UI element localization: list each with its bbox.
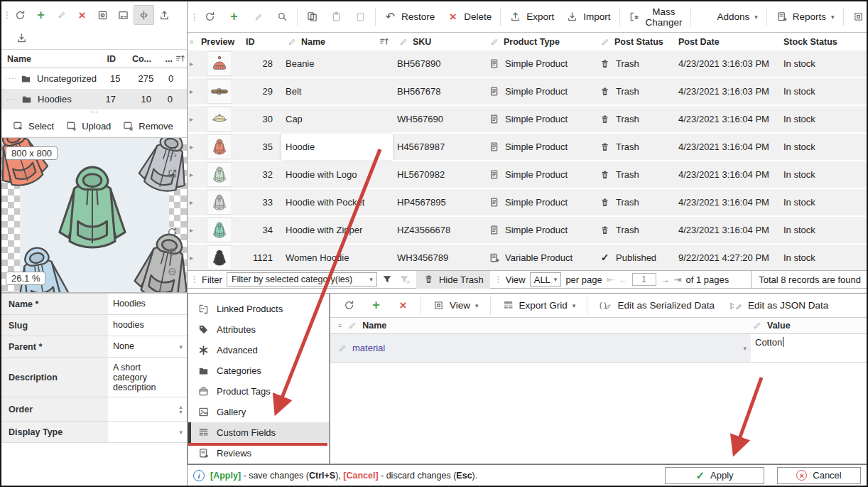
product-name[interactable]: Women Hoodie	[281, 245, 393, 270]
open-external-icon[interactable]	[166, 168, 178, 179]
category-filter-dropdown[interactable]: Filter by selected category(ies) ▾	[227, 272, 377, 287]
form-field-value[interactable]: ▲▼	[108, 397, 187, 421]
import-button[interactable]	[11, 28, 32, 48]
custom-field-row[interactable]: material ▾ Cotton	[330, 334, 867, 363]
col-field-value[interactable]: Value	[767, 321, 791, 331]
row-expander-icon[interactable]: ▸	[188, 226, 197, 234]
page-number-input[interactable]	[632, 273, 656, 286]
tab-product-tags[interactable]: Product Tags	[188, 381, 329, 402]
form-field-value[interactable]: Hoodies	[108, 294, 187, 314]
col-count[interactable]: Co...	[116, 54, 151, 64]
product-row[interactable]: ▸ 32 Hoodie with Logo HL5670982 Simple P…	[188, 161, 868, 189]
clear-filter-icon[interactable]	[398, 274, 412, 285]
view-menu[interactable]: View▾	[427, 296, 484, 315]
split-view-button[interactable]	[134, 5, 154, 25]
cancel-button[interactable]: × Cancel	[777, 467, 861, 484]
row-expander-icon[interactable]: ▸	[188, 115, 197, 123]
custom-field-value-input[interactable]: Cotton	[751, 334, 867, 362]
column-header-post-date[interactable]: Post Date	[674, 37, 779, 47]
col-name[interactable]: Name	[1, 54, 90, 64]
column-header-product-type[interactable]: Product Type	[484, 36, 595, 48]
tab-categories[interactable]: Categories	[188, 360, 329, 381]
hide-trash-toggle[interactable]: Hide Trash	[416, 271, 490, 289]
addons-menu[interactable]: Addons▾	[694, 8, 763, 26]
reports-menu[interactable]: Reports▾	[770, 8, 840, 26]
product-row[interactable]: ▸ 34 Hoodie with Zipper HZ43566678 Simpl…	[188, 217, 868, 245]
toolbar-grip[interactable]: ⋮	[3, 10, 10, 20]
col-extra[interactable]: ...	[151, 54, 173, 64]
tab-linked-products[interactable]: Linked Products	[188, 299, 329, 319]
chevron-down-icon[interactable]: ▾	[743, 345, 747, 352]
export-grid-menu[interactable]: Export Grid▾	[497, 296, 582, 315]
row-expander-icon[interactable]: ▸	[188, 60, 197, 68]
delete-button[interactable]: ×	[72, 5, 92, 25]
product-row[interactable]: ▸ 30 Cap WH567690 Simple Product Trash 4…	[188, 106, 868, 134]
toolbar-grip[interactable]: ⋮	[190, 12, 197, 22]
edit-button[interactable]	[51, 5, 72, 25]
actual-size-icon[interactable]: 1:1	[166, 146, 178, 158]
category-row[interactable]: Uncategorized 15 275 0	[1, 68, 187, 89]
add-button[interactable]: +	[31, 5, 51, 25]
paste-button[interactable]	[325, 8, 348, 26]
export-button[interactable]: Export	[504, 8, 560, 26]
row-expander-icon[interactable]: ▸	[188, 143, 197, 151]
refresh-button[interactable]	[337, 296, 361, 315]
product-name[interactable]: Cap	[281, 106, 393, 132]
paste-image-button[interactable]	[92, 5, 113, 25]
adjust-image-button[interactable]	[113, 5, 134, 25]
product-name[interactable]: Hoodie with Zipper	[281, 217, 393, 243]
add-field-button[interactable]: +	[364, 296, 388, 315]
select-image-button[interactable]: Select	[7, 119, 59, 134]
edit-serialized-button[interactable]: ( )Edit as Serialized Data	[593, 296, 720, 315]
first-page-button[interactable]: ⇤	[607, 274, 614, 285]
view-menu[interactable]: View▾	[847, 8, 868, 26]
last-page-button[interactable]: ⇥	[674, 274, 682, 285]
export-button[interactable]	[154, 5, 175, 25]
edit-json-button[interactable]: [:Edit as JSON Data	[724, 296, 834, 315]
product-name[interactable]: Belt	[281, 78, 393, 105]
col-field-name[interactable]: Name	[362, 321, 386, 331]
sort-icon[interactable]	[173, 53, 187, 65]
tab-reviews[interactable]: Reviews	[188, 443, 329, 464]
refresh-button[interactable]	[198, 8, 222, 26]
toolbar-grip[interactable]: ⋮	[190, 274, 197, 284]
column-header-stock-status[interactable]: Stock Status	[779, 37, 868, 47]
form-field-value[interactable]: A short category description	[108, 358, 187, 397]
search-button[interactable]	[271, 8, 294, 26]
import-button[interactable]: Import	[560, 8, 616, 26]
chevron-down-icon[interactable]: ▾	[179, 343, 183, 350]
mass-changer-button[interactable]: Mass Changer	[623, 3, 688, 31]
row-expander-icon[interactable]: ▸	[188, 171, 197, 178]
tab-attributes[interactable]: Attributes	[188, 319, 329, 340]
col-id[interactable]: ID	[90, 54, 116, 64]
product-name[interactable]: Hoodie with Pocket	[281, 189, 393, 215]
edit-button[interactable]	[246, 8, 270, 26]
product-row[interactable]: ▸ 33 Hoodie with Pocket HP4567895 Simple…	[188, 189, 868, 217]
copy-button[interactable]	[300, 8, 324, 26]
product-name[interactable]: Hoodie with Logo	[281, 161, 393, 188]
column-header-id[interactable]: ID	[242, 37, 281, 47]
refresh-button[interactable]	[10, 5, 31, 25]
tab-gallery[interactable]: Gallery	[188, 402, 329, 422]
column-header-name[interactable]: Name	[281, 36, 393, 48]
apply-button[interactable]: ✓ Apply	[665, 467, 764, 484]
apply-filter-icon[interactable]	[381, 274, 394, 285]
per-page-select[interactable]: ALL ▾	[530, 272, 562, 287]
tab-advanced[interactable]: Advanced	[188, 340, 329, 360]
form-field-value[interactable]: hoodies	[108, 315, 187, 336]
paste-special-button[interactable]	[349, 8, 372, 26]
category-row[interactable]: Hoodies 17 10 0	[1, 89, 187, 109]
column-header-sku[interactable]: SKU	[393, 36, 484, 48]
product-name[interactable]: Beanie	[281, 50, 393, 77]
delete-field-button[interactable]: ×	[391, 296, 415, 315]
product-row[interactable]: ▸ 29 Belt BH567678 Simple Product Trash …	[188, 78, 868, 106]
category-tree-header[interactable]: Name ID Co... ...	[1, 50, 187, 68]
upload-image-button[interactable]: Upload	[60, 119, 116, 134]
toolbar-grip[interactable]: ⋮	[494, 274, 501, 284]
form-field-value[interactable]: ▾	[108, 422, 187, 442]
spinner-control[interactable]: ▲▼	[178, 405, 183, 414]
column-header-preview[interactable]: Preview	[197, 37, 242, 47]
zoom-out-icon[interactable]: ⊖	[166, 265, 178, 277]
product-row[interactable]: ▸ 35 Hoodie H45678987 Simple Product Tra…	[188, 134, 868, 161]
rotate-icon[interactable]	[166, 226, 178, 237]
